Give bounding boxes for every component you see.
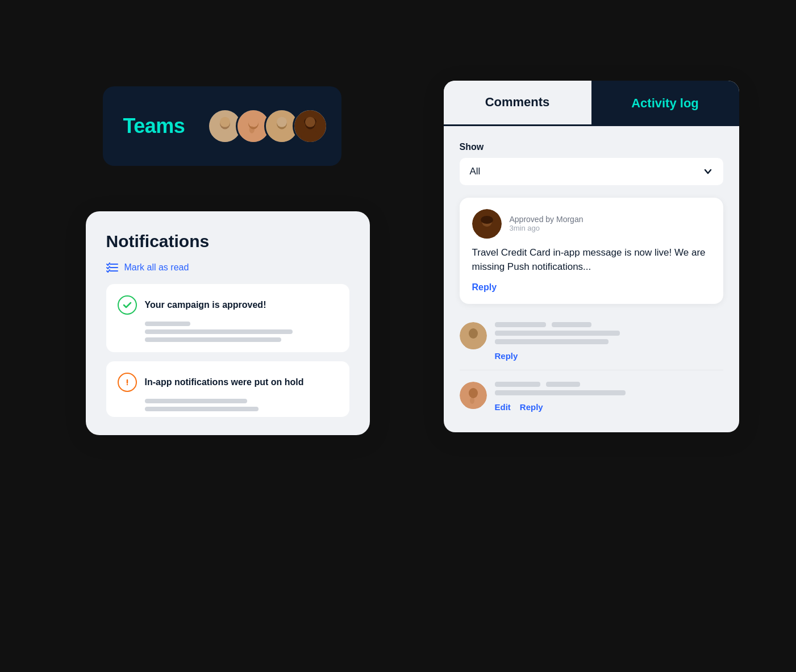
svg-point-2 [216, 130, 234, 144]
comments-panel: Comments Activity log Show All [444, 81, 739, 432]
show-dropdown[interactable]: All [460, 158, 723, 185]
svg-point-11 [273, 130, 291, 144]
skeleton-line [145, 329, 293, 334]
success-icon [118, 295, 137, 315]
mark-read-icon [106, 262, 119, 273]
show-label: Show [460, 142, 723, 152]
teams-label: Teams [123, 114, 185, 138]
svg-point-15 [302, 130, 319, 144]
notification-text: Your campaign is approved! [145, 300, 266, 310]
show-value: All [470, 166, 481, 177]
notification-text: In-app notifications were put on hold [145, 377, 304, 387]
avatar [293, 108, 328, 144]
comment3-edit-button[interactable]: Edit [495, 402, 511, 412]
comment-body: Travel Credit Card in-app message is now… [472, 245, 711, 274]
svg-point-12 [277, 116, 287, 127]
comment3-reply-button[interactable]: Reply [520, 402, 543, 412]
mark-all-read-button[interactable]: Mark all as read [106, 262, 349, 273]
panel-tabs: Comments Activity log [444, 81, 739, 126]
comment-time: 3min ago [510, 224, 584, 232]
comment-row-3: Edit Reply [460, 373, 723, 421]
tab-activity[interactable]: Activity log [591, 81, 739, 126]
svg-point-17 [305, 116, 315, 127]
teams-card: Teams [103, 86, 341, 166]
mark-all-read-label: Mark all as read [124, 262, 189, 273]
skeleton-line [145, 399, 247, 403]
svg-point-8 [249, 126, 255, 133]
comment-author: Approved by Morgan [510, 215, 584, 224]
skeleton-line [552, 322, 591, 327]
comment-card-main: Approved by Morgan 3min ago Travel Credi… [460, 198, 723, 304]
svg-point-26 [481, 216, 493, 224]
commenter-avatar-2 [460, 322, 487, 349]
svg-point-28 [469, 328, 478, 339]
svg-point-22 [126, 383, 127, 385]
svg-point-7 [248, 116, 259, 127]
notification-approved: Your campaign is approved! [106, 284, 349, 352]
skeleton-line [145, 407, 259, 411]
svg-point-3 [220, 116, 230, 127]
skeleton-line [145, 322, 190, 326]
comment-row-2: Reply [460, 313, 723, 370]
notifications-title: Notifications [106, 232, 349, 251]
svg-point-31 [469, 388, 478, 398]
divider [460, 370, 723, 370]
notifications-card: Notifications Mark all as read Your c [86, 211, 370, 435]
skeleton-line [495, 382, 540, 387]
comment2-reply-button[interactable]: Reply [495, 351, 518, 361]
skeleton-line [145, 337, 281, 342]
warning-icon [118, 373, 137, 392]
teams-avatar-stack [207, 108, 328, 144]
chevron-down-icon [703, 166, 713, 177]
skeleton-line [546, 382, 580, 387]
skeleton-line [495, 322, 546, 327]
svg-point-33 [470, 397, 474, 404]
notification-hold: In-app notifications were put on hold [106, 361, 349, 417]
comment1-reply-button[interactable]: Reply [472, 282, 497, 292]
commenter-avatar-3 [460, 382, 487, 409]
tab-comments[interactable]: Comments [444, 81, 591, 126]
skeleton-line [495, 331, 620, 336]
skeleton-line [495, 390, 626, 395]
commenter-avatar [472, 209, 502, 239]
skeleton-line [495, 339, 609, 344]
